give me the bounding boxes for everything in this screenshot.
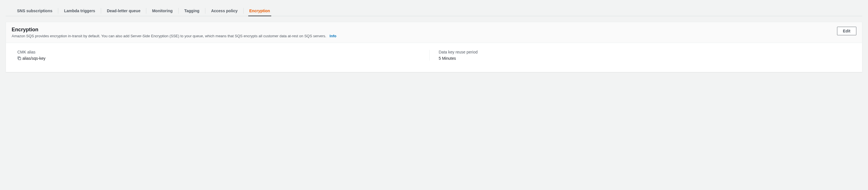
tab-separator <box>58 8 58 13</box>
panel-description-text: Amazon SQS provides encryption in-transi… <box>12 34 327 38</box>
field-label-reuse-period: Data key reuse period <box>439 50 851 54</box>
field-value-reuse-period: 5 Minutes <box>439 56 851 61</box>
cmk-alias-value: alias/sqs-key <box>23 56 45 61</box>
panel-body: CMK alias alias/sqs-key Data key reuse p… <box>6 43 862 72</box>
tab-dead-letter-queue[interactable]: Dead-letter queue <box>107 6 140 16</box>
field-label-cmk-alias: CMK alias <box>17 50 430 54</box>
encryption-panel: Encryption Amazon SQS provides encryptio… <box>6 22 862 72</box>
panel-header: Encryption Amazon SQS provides encryptio… <box>6 22 862 43</box>
info-link[interactable]: Info <box>330 34 336 38</box>
edit-button[interactable]: Edit <box>837 27 856 35</box>
tab-separator <box>178 8 179 13</box>
reuse-period-value: 5 Minutes <box>439 56 456 61</box>
panel-title: Encryption <box>12 27 831 33</box>
field-value-cmk-alias: alias/sqs-key <box>17 56 430 61</box>
tab-tagging[interactable]: Tagging <box>184 6 199 16</box>
tab-separator <box>146 8 146 13</box>
tab-lambda-triggers[interactable]: Lambda triggers <box>64 6 95 16</box>
tab-access-policy[interactable]: Access policy <box>211 6 238 16</box>
svg-rect-0 <box>19 57 21 60</box>
field-cmk-alias: CMK alias alias/sqs-key <box>17 50 430 61</box>
panel-description: Amazon SQS provides encryption in-transi… <box>12 34 831 38</box>
tab-encryption[interactable]: Encryption <box>249 6 270 16</box>
field-reuse-period: Data key reuse period 5 Minutes <box>430 50 851 61</box>
tab-sns-subscriptions[interactable]: SNS subscriptions <box>17 6 52 16</box>
tab-monitoring[interactable]: Monitoring <box>152 6 173 16</box>
tab-separator <box>101 8 101 13</box>
tab-separator <box>243 8 244 13</box>
copy-icon[interactable] <box>17 56 21 60</box>
tab-bar: SNS subscriptions Lambda triggers Dead-l… <box>6 6 862 16</box>
